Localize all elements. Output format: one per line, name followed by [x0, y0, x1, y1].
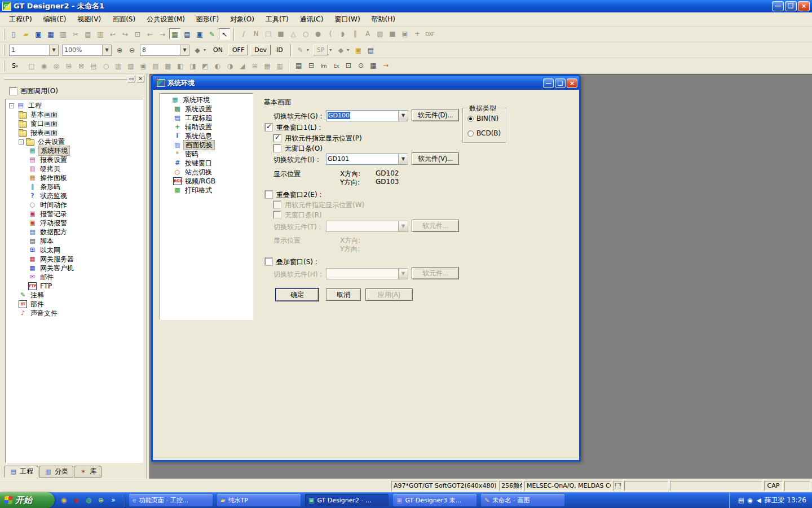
taskbar-button[interactable]: ▣GT Designer3 未... [393, 494, 476, 506]
switch-device-g-combo[interactable]: GD100 ▼ [326, 110, 408, 121]
menu-item[interactable]: 画面(S) [107, 13, 141, 26]
chevron-down-icon[interactable]: ▾ [204, 47, 209, 52]
quicklaunch-messenger-icon[interactable]: ◉ [59, 496, 68, 505]
minimize-icon[interactable]: — [772, 1, 784, 11]
comment-pen-icon[interactable]: ✎ [206, 29, 218, 40]
sp-toggle[interactable]: SP [313, 45, 329, 55]
taskbar-button[interactable]: ▣GT Designer2 - ... [305, 494, 389, 506]
dxf-data-icon[interactable]: DXF [424, 29, 435, 40]
chevron-down-icon[interactable]: ▼ [398, 269, 408, 279]
tree-item[interactable]: ▦系统环境 [160, 95, 253, 104]
taskbar-button[interactable]: e功能页面 - 工控... [129, 494, 213, 506]
previous-screen-icon[interactable]: ← [144, 29, 156, 40]
panel-tab-inactive[interactable]: ✶库 [74, 466, 102, 478]
export-library-icon[interactable]: Ex [330, 60, 342, 72]
menu-item[interactable]: 图形(F) [191, 13, 224, 26]
draw-circle-icon[interactable]: ○ [300, 28, 311, 40]
tree-collapse-icon[interactable]: - [9, 103, 14, 108]
screen-list-view-icon[interactable]: ▤ [182, 29, 193, 40]
object-ascii-display-icon[interactable]: ⊠ [76, 60, 87, 72]
menu-item[interactable]: 工程(P) [3, 13, 38, 26]
tree-item[interactable]: ▤脚本 [6, 237, 143, 246]
draw-filled-area-icon[interactable]: ■ [387, 28, 398, 40]
tree-item[interactable]: ▥画面切换 [160, 141, 253, 150]
menu-item[interactable]: 编辑(E) [38, 13, 72, 26]
restore-icon[interactable]: ❑ [785, 1, 797, 11]
tree-item[interactable]: ▦网关服务器 [6, 255, 143, 264]
draw-polyline-icon[interactable]: N [250, 28, 262, 40]
quicklaunch-security-icon[interactable]: ◆ [72, 496, 81, 505]
switch-device-i-combo[interactable]: GD101 ▼ [326, 154, 408, 165]
panel-tab-active[interactable]: ▤工程 [4, 466, 38, 478]
screen-property-icon[interactable]: ▤ [293, 60, 304, 71]
quicklaunch-more-icon[interactable]: » [109, 496, 118, 505]
chevron-down-icon[interactable]: ▼ [398, 111, 408, 121]
device3-button[interactable]: 软元件... [412, 267, 459, 279]
chevron-down-icon[interactable]: ▾ [347, 47, 352, 52]
draw-filled-circle-icon[interactable]: ● [312, 28, 324, 40]
menu-item[interactable]: 对象(O) [224, 13, 260, 26]
menu-item[interactable]: 工具(T) [260, 13, 294, 26]
superimpose-checkbox[interactable] [265, 258, 272, 265]
redo-icon[interactable]: ↪ [120, 29, 131, 40]
quicklaunch-launcher-icon[interactable]: ⊕ [96, 496, 105, 505]
tree-item[interactable]: ▥硬拷贝 [6, 164, 143, 173]
tree-item[interactable]: #按键窗口 [160, 159, 253, 168]
tree-item[interactable]: ✎注释 [6, 291, 143, 300]
device-display-toggle[interactable]: Dev [250, 45, 271, 55]
dialog-maximize-icon[interactable]: ❑ [555, 78, 566, 88]
tree-item[interactable]: -公共设置 [6, 137, 143, 146]
draw-scale-icon[interactable]: ‖ [350, 28, 361, 40]
object-switch-icon[interactable]: □ [26, 60, 37, 72]
object-comment-word-icon[interactable]: ▧ [125, 60, 136, 72]
object-parts-movement-icon[interactable]: ◨ [187, 60, 198, 72]
overlap1-checkbox[interactable] [265, 124, 272, 131]
switch-device-t-combo[interactable]: ▼ [326, 221, 408, 232]
switch-dropdown[interactable]: S▾ [8, 61, 24, 71]
object-alarm-list-icon[interactable]: ▨ [150, 60, 161, 72]
screen-call-checkbox[interactable] [10, 87, 17, 95]
tree-item[interactable]: ○站点切换 [160, 168, 253, 177]
undo-icon[interactable]: ↩ [107, 29, 118, 40]
tree-item[interactable]: ✉邮件 [6, 273, 143, 282]
overlap2-checkbox[interactable] [265, 191, 272, 198]
chevron-down-icon[interactable]: ▼ [398, 154, 408, 164]
menu-item[interactable]: 通讯(C) [294, 13, 329, 26]
grid-size-combo[interactable]: 8 ▼ [140, 45, 189, 56]
copy-icon[interactable]: ▤ [82, 29, 94, 40]
tree-item[interactable]: ▦打印格式 [160, 186, 253, 195]
draw-paint-icon[interactable]: ▨ [374, 28, 386, 40]
panel-tab-inactive[interactable]: ▥分类 [39, 466, 73, 478]
draw-polygon-icon[interactable]: △ [288, 28, 299, 40]
new-file-icon[interactable]: ▯ [8, 29, 19, 40]
tree-item[interactable]: 报表画面 [6, 128, 143, 137]
import-image-icon[interactable]: ▣ [399, 28, 411, 40]
screen-check-icon[interactable]: ⊡ [343, 60, 354, 71]
window-cascade-icon[interactable]: ▣ [194, 29, 205, 40]
tree-item[interactable]: ▤工程标题 [160, 113, 253, 122]
zoom-combo[interactable]: 100% ▼ [62, 45, 112, 56]
menu-item[interactable]: 视图(V) [72, 13, 107, 26]
object-panelmeter-icon[interactable]: ◐ [212, 60, 223, 72]
tree-item[interactable]: ▩系统设置 [160, 104, 253, 113]
select-pointer-icon[interactable]: ↖ [219, 28, 230, 40]
tree-item[interactable]: ▦网关客户机 [6, 264, 143, 273]
taskbar-button[interactable]: ✎未命名 - 画图 [481, 494, 564, 506]
object-numerical-display-icon[interactable]: ⊞ [63, 60, 74, 72]
overlap2-nobar-checkbox[interactable] [273, 211, 281, 218]
cut-icon[interactable]: ✂ [70, 29, 81, 40]
go-next-icon[interactable]: → [380, 60, 391, 71]
tree-item[interactable]: 8T部件 [6, 300, 143, 309]
save-icon[interactable]: ▣ [33, 29, 44, 40]
chevron-down-icon[interactable]: ▼ [102, 45, 111, 55]
tree-item[interactable]: ♪声音文件 [6, 309, 143, 318]
menu-item[interactable]: 公共设置(M) [141, 13, 191, 26]
zoom-in-icon[interactable]: ⊕ [114, 45, 125, 56]
tree-item[interactable]: ‖条形码 [6, 182, 143, 191]
object-level-icon[interactable]: ◑ [224, 60, 236, 72]
tray-volume-icon[interactable]: ◀ [756, 497, 761, 504]
chevron-down-icon[interactable]: ▼ [398, 221, 408, 231]
grid-color-icon[interactable]: ◆ [192, 45, 203, 56]
object-bar-graph-icon[interactable]: ▦ [262, 60, 273, 72]
menu-item[interactable]: 帮助(H) [366, 13, 401, 26]
